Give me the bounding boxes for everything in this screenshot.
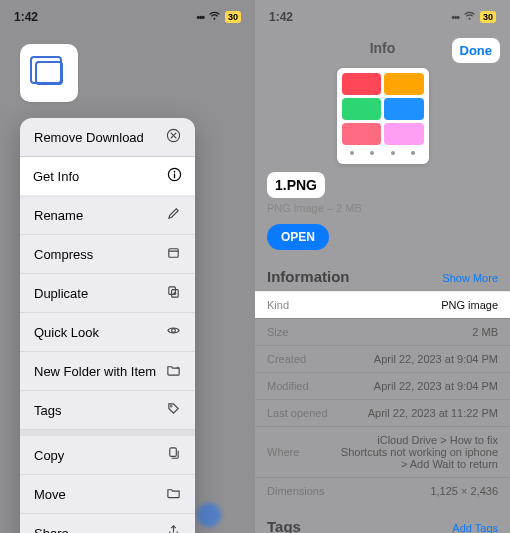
thumb-tile [342,98,382,120]
svg-rect-15 [169,448,176,456]
info-value: April 22, 2023 at 11:22 PM [368,407,498,419]
menu-move[interactable]: Move [20,475,195,514]
svg-rect-6 [168,249,177,257]
info-value: 1,125 × 2,436 [430,485,498,497]
thumb-tile [342,73,382,95]
info-value: April 22, 2023 at 9:04 PM [374,380,498,392]
section-title: Information [267,268,350,285]
file-meta: PNG image – 2 MB [267,202,362,214]
section-title: Tags [267,518,301,533]
battery-badge: 30 [480,11,496,23]
open-button[interactable]: OPEN [267,224,329,250]
eye-icon [165,323,181,341]
context-menu: Remove Download Get Info Rename Compress… [20,118,195,533]
info-label: Kind [267,299,289,311]
info-value: PNG image [441,299,498,311]
thumb-tile [384,98,424,120]
menu-label: Move [34,487,66,502]
menu-rename[interactable]: Rename [20,196,195,235]
info-label: Dimensions [267,485,324,497]
share-icon [165,524,181,533]
sheet-header: Info Done [255,30,510,62]
info-row-kind: Kind PNG image [255,291,510,318]
filename-label: 1.PNG [267,172,325,198]
thumb-tile [384,73,424,95]
svg-text:+: + [176,364,179,370]
cellular-icon: ••• [451,12,459,23]
pencil-icon [165,206,181,224]
sheet-title: Info [370,40,396,56]
remove-download-icon [165,128,181,146]
status-bar: 1:42 ••• 30 [255,0,510,30]
menu-label: Rename [34,208,83,223]
copy-stack-icon [35,61,63,85]
info-section: Information Show More Kind PNG image Siz… [255,264,510,533]
info-label: Last opened [267,407,328,419]
info-value: April 22, 2023 at 9:04 PM [374,353,498,365]
menu-label: New Folder with Item [34,364,156,379]
folder-plus-icon: + [165,362,181,380]
menu-label: Get Info [33,169,79,184]
info-row-dimensions: Dimensions 1,125 × 2,436 [255,477,510,504]
menu-label: Tags [34,403,61,418]
screen-file-info: 1:42 ••• 30 Info Done 1.PNG PNG image – … [255,0,510,533]
tags-section-header: Tags Add Tags [255,504,510,533]
show-more-link[interactable]: Show More [442,272,498,284]
menu-duplicate[interactable]: Duplicate [20,274,195,313]
svg-rect-5 [173,174,174,179]
info-row-size: Size 2 MB [255,318,510,345]
menu-label: Copy [34,448,64,463]
thumb-tabbar [342,148,424,158]
floating-action-hint [197,503,221,527]
menu-compress[interactable]: Compress [20,235,195,274]
menu-remove-download[interactable]: Remove Download [20,118,195,157]
info-value: 2 MB [472,326,498,338]
menu-label: Share [34,526,69,534]
screen-context-menu: 1:42 ••• 30 Remove Download Get Info Ren… [0,0,255,533]
menu-label: Remove Download [34,130,144,145]
menu-quick-look[interactable]: Quick Look [20,313,195,352]
info-label: Size [267,326,288,338]
info-label: Where [267,446,299,458]
wifi-icon [208,11,221,23]
menu-label: Quick Look [34,325,99,340]
menu-copy[interactable]: Copy [20,436,195,475]
menu-new-folder[interactable]: New Folder with Item + [20,352,195,391]
svg-point-4 [173,171,175,173]
menu-label: Duplicate [34,286,88,301]
done-button[interactable]: Done [452,38,501,63]
archive-icon [165,245,181,263]
wifi-icon [463,11,476,23]
menu-label: Compress [34,247,93,262]
battery-badge: 30 [225,11,241,23]
thumb-tile [384,123,424,145]
add-tags-link[interactable]: Add Tags [452,522,498,533]
thumb-tile [342,123,382,145]
file-preview-thumbnail[interactable] [337,68,429,164]
menu-get-info[interactable]: Get Info [20,157,195,196]
folder-icon [165,485,181,503]
svg-point-14 [170,405,172,407]
svg-point-12 [171,329,175,333]
status-bar: 1:42 ••• 30 [0,0,255,30]
status-time: 1:42 [14,10,38,24]
info-icon [166,167,182,185]
info-row-created: Created April 22, 2023 at 9:04 PM [255,345,510,372]
info-row-last-opened: Last opened April 22, 2023 at 11:22 PM [255,399,510,426]
info-row-where: Where iCloud Drive > How to fix Shortcut… [255,426,510,477]
info-label: Modified [267,380,309,392]
tag-icon [165,401,181,419]
menu-tags[interactable]: Tags [20,391,195,430]
file-thumbnail[interactable] [20,44,78,102]
info-value-path[interactable]: iCloud Drive > How to fix Shortcuts not … [338,434,498,470]
duplicate-icon [165,284,181,302]
menu-share[interactable]: Share [20,514,195,533]
status-time: 1:42 [269,10,293,24]
info-label: Created [267,353,306,365]
cellular-icon: ••• [196,12,204,23]
copy-icon [165,446,181,464]
info-row-modified: Modified April 22, 2023 at 9:04 PM [255,372,510,399]
